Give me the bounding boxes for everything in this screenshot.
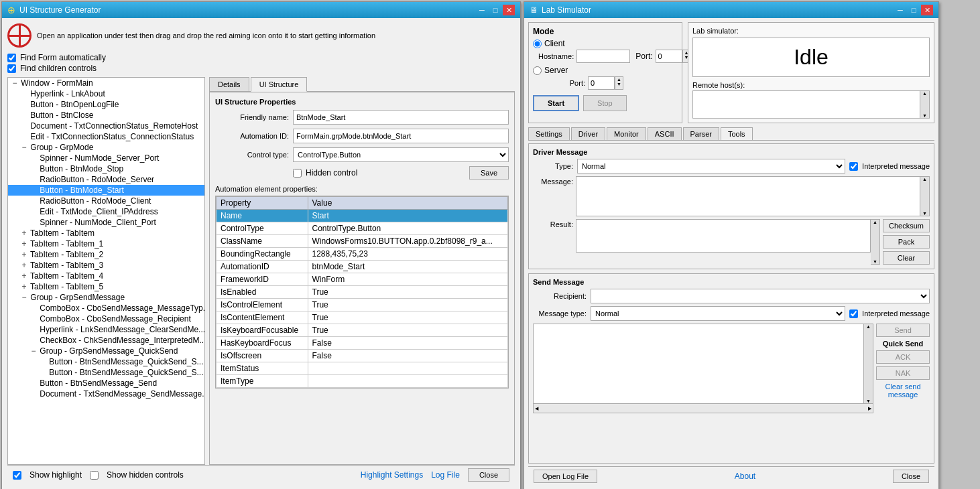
minimize-btn-left[interactable]: ─ [476, 5, 488, 15]
tree-item[interactable]: + TabItem - TabItem_1 [8, 238, 204, 249]
clear-button-dm[interactable]: Clear [883, 251, 930, 265]
tree-item[interactable]: − Group - GrpMode [8, 142, 204, 153]
tree-item[interactable]: Document - TxtSendMessage_SendMessage... [8, 389, 204, 399]
tree-item[interactable]: Hyperlink - LnkSendMessage_ClearSendMe..… [8, 324, 204, 335]
close-button-left[interactable]: Close [468, 468, 509, 482]
table-row[interactable]: IsControlElementTrue [217, 299, 508, 311]
tree-container[interactable]: − Window - FormMain Hyperlink - LnkAbout… [7, 77, 205, 465]
ack-button[interactable]: ACK [876, 350, 930, 364]
port-spinner[interactable]: ▲ ▼ [656, 50, 691, 63]
tree-item-selected[interactable]: Button - BtnMode_Start [8, 185, 204, 196]
tree-item[interactable]: − Group - GrpSendMessage_QuickSend [8, 346, 204, 356]
send-hscroll[interactable]: ◀ ▶ [533, 404, 873, 413]
message-textarea[interactable] [576, 176, 920, 216]
table-row[interactable]: ItemStatus [217, 362, 508, 375]
tab-settings[interactable]: Settings [528, 127, 570, 140]
find-form-checkbox[interactable] [7, 54, 16, 62]
tab-details[interactable]: Details [209, 77, 249, 91]
table-row[interactable]: BoundingRectangle1288,435,75,23 [217, 248, 508, 261]
send-scroll-down[interactable]: ▼ [866, 399, 871, 403]
result-vscroll[interactable]: ▲ ▼ [871, 219, 880, 265]
table-row[interactable]: FrameworkIDWinForm [217, 273, 508, 286]
send-scroll-right[interactable]: ▶ [868, 406, 871, 411]
open-log-file-button[interactable]: Open Log File [534, 470, 597, 483]
control-type-select[interactable]: ControlType.Button [293, 147, 509, 162]
table-row[interactable]: NameStart [217, 210, 508, 222]
tree-item[interactable]: ComboBox - CboSendMessage_MessageTyp... [8, 303, 204, 313]
stop-button[interactable]: Stop [583, 95, 627, 111]
tree-item[interactable]: Spinner - NumMode_Client_Port [8, 217, 204, 228]
message-type-select[interactable]: Normal [591, 306, 845, 321]
tab-driver[interactable]: Driver [571, 127, 605, 140]
recipient-select[interactable] [591, 289, 930, 303]
tree-item[interactable]: Button - BtnSendMessage_QuickSend_S... [8, 356, 204, 367]
about-link[interactable]: About [735, 472, 755, 481]
nak-button[interactable]: NAK [876, 366, 930, 380]
tree-item[interactable]: Edit - TxtMode_Client_IPAddress [8, 206, 204, 217]
tree-item[interactable]: ComboBox - CboSendMessage_Recipient [8, 313, 204, 324]
tree-item[interactable]: + TabItem - TabItem_2 [8, 249, 204, 260]
tree-item[interactable]: Button - BtnClose [8, 110, 204, 121]
show-highlight-checkbox[interactable] [13, 471, 21, 480]
send-textarea[interactable] [533, 324, 864, 404]
table-row[interactable]: ClassNameWindowsForms10.BUTTON.app.0.2bf… [217, 235, 508, 248]
tree-item[interactable]: − Window - FormMain [8, 78, 204, 88]
send-button[interactable]: Send [876, 324, 930, 337]
tree-item[interactable]: Hyperlink - LnkAbout [8, 88, 204, 99]
tree-item[interactable]: + TabItem - TabItem_3 [8, 260, 204, 271]
tree-item[interactable]: RadioButton - RdoMode_Client [8, 196, 204, 206]
drag-icon[interactable] [7, 23, 32, 48]
table-row[interactable]: ControlTypeControlType.Button [217, 222, 508, 235]
show-hidden-checkbox[interactable] [90, 471, 99, 480]
tree-item[interactable]: + TabItem - TabItem [8, 228, 204, 238]
tree-item[interactable]: Document - TxtConnectionStatus_RemoteHos… [8, 121, 204, 131]
tree-item[interactable]: − Group - GrpSendMessage [8, 292, 204, 303]
save-button[interactable]: Save [469, 166, 509, 180]
pack-button[interactable]: Pack [883, 235, 930, 249]
tab-tools[interactable]: Tools [721, 127, 753, 140]
clear-send-message-link[interactable]: Clear send message [876, 382, 930, 399]
msg-scroll-up[interactable]: ▲ [922, 177, 927, 182]
table-row[interactable]: IsEnabledTrue [217, 286, 508, 299]
tab-ascii[interactable]: ASCII [648, 127, 682, 140]
table-row[interactable]: IsOffscreenFalse [217, 350, 508, 362]
interpreted-checkbox-sm[interactable] [849, 309, 858, 318]
table-row[interactable]: AutomationIDbtnMode_Start [217, 261, 508, 273]
tab-monitor[interactable]: Monitor [607, 127, 646, 140]
highlight-settings-link[interactable]: Highlight Settings [361, 470, 423, 480]
send-vscroll[interactable]: ▲ ▼ [864, 324, 873, 404]
scroll-down-icon[interactable]: ▼ [922, 113, 927, 118]
send-scroll-up[interactable]: ▲ [866, 324, 871, 329]
restore-btn-left[interactable]: □ [489, 5, 501, 15]
tab-parser[interactable]: Parser [683, 127, 719, 140]
send-scroll-left[interactable]: ◀ [535, 406, 538, 411]
minimize-btn-right[interactable]: ─ [894, 5, 906, 15]
server-port-up[interactable]: ▲ [615, 77, 623, 82]
res-scroll-up[interactable]: ▲ [873, 220, 877, 224]
hidden-control-checkbox[interactable] [293, 169, 302, 178]
table-row[interactable]: IsContentElementTrue [217, 311, 508, 324]
tree-item[interactable]: Edit - TxtConnectionStatus_ConnectionSta… [8, 131, 204, 142]
hostname-input[interactable] [576, 50, 630, 63]
restore-btn-right[interactable]: □ [908, 5, 920, 15]
close-button-right[interactable]: Close [893, 470, 929, 483]
tree-item[interactable]: Button - BtnOpenLogFile [8, 99, 204, 110]
tree-item[interactable]: Button - BtnSendMessage_Send [8, 378, 204, 389]
msg-scroll-down[interactable]: ▼ [922, 211, 927, 216]
tree-item[interactable]: + TabItem - TabItem_5 [8, 281, 204, 292]
interpreted-checkbox-dm[interactable] [849, 162, 858, 171]
tree-item[interactable]: RadioButton - RdoMode_Server [8, 174, 204, 185]
scroll-up-icon[interactable]: ▲ [922, 91, 927, 96]
remote-hosts-scrollbar[interactable]: ▲ ▼ [920, 90, 930, 119]
table-row[interactable]: HasKeyboardFocusFalse [217, 337, 508, 350]
start-button[interactable]: Start [533, 95, 579, 111]
automation-id-input[interactable] [293, 129, 509, 143]
tree-item[interactable]: Button - BtnMode_Stop [8, 163, 204, 174]
server-radio[interactable] [533, 66, 542, 75]
client-radio[interactable] [533, 40, 542, 48]
log-file-link[interactable]: Log File [431, 470, 460, 480]
tab-ui-structure[interactable]: UI Structure [251, 77, 308, 92]
table-row[interactable]: ItemType [217, 375, 508, 388]
find-children-checkbox[interactable] [7, 64, 16, 73]
friendly-name-input[interactable] [293, 110, 509, 125]
